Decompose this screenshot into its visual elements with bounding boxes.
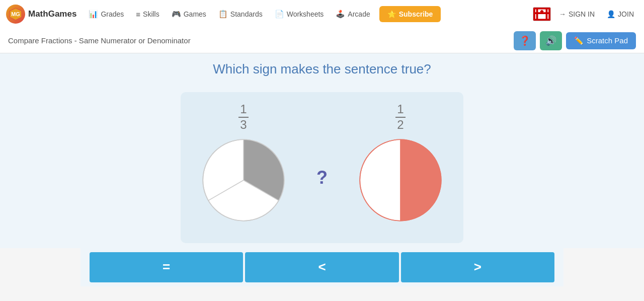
answer-greater-than-button[interactable]: > (401, 252, 554, 282)
fraction1-denominator: 3 (240, 118, 247, 132)
worksheets-icon: 📄 (275, 10, 284, 19)
fraction1-display: 1 3 (238, 102, 249, 132)
pie-chart-2 (358, 137, 443, 223)
nav-standards[interactable]: 📋 Standards (213, 7, 268, 22)
skills-icon: ≡ (136, 10, 140, 19)
toolbar-actions: ❓ 🔊 ✏️ Scratch Pad (514, 31, 636, 50)
fractions-container: 1 3 ? (181, 92, 463, 243)
standards-icon: 📋 (218, 10, 228, 19)
nav-skills[interactable]: ≡ Skills (131, 7, 164, 22)
answer-buttons: = < > (80, 248, 564, 286)
navbar: MG MathGames 📊 Grades ≡ Skills 🎮 Games 📋… (0, 0, 644, 28)
sound-icon: 🔊 (545, 35, 556, 46)
nav-grades[interactable]: 📊 Grades (84, 7, 129, 22)
fraction1-group: 1 3 (201, 102, 286, 223)
pie-chart-1 (201, 137, 286, 223)
svg-text:MG: MG (11, 11, 20, 17)
join-button[interactable]: 👤 JOIN (603, 7, 638, 21)
quiz-help-button[interactable]: ❓ (514, 31, 536, 50)
nav-games[interactable]: 🎮 Games (167, 7, 211, 22)
logo[interactable]: MG MathGames (6, 5, 76, 24)
grades-icon: 📊 (89, 10, 98, 19)
question-title: Which sign makes the sentence true? (10, 61, 634, 77)
pencil-icon: ✏️ (574, 36, 584, 45)
join-icon: 👤 (607, 10, 615, 18)
arcade-icon: 🕹️ (336, 10, 345, 19)
answer-less-than-button[interactable]: < (245, 252, 398, 282)
fraction1-numerator: 1 (238, 102, 249, 118)
fractions-section: 1 3 ? (10, 87, 634, 248)
fraction2-numerator: 1 (395, 102, 406, 118)
logo-icon: MG (6, 5, 25, 24)
nav-arcade[interactable]: 🕹️ Arcade (331, 7, 375, 22)
comparison-question-mark: ? (316, 167, 328, 188)
game-area: Which sign makes the sentence true? 1 3 (0, 53, 644, 248)
question-icon: ❓ (519, 35, 530, 46)
fraction2-denominator: 2 (397, 118, 404, 132)
answer-equal-button[interactable]: = (90, 252, 243, 282)
toolbar: Compare Fractions - Same Numerator or De… (0, 28, 644, 53)
fraction2-display: 1 2 (395, 102, 406, 132)
logo-text: MathGames (28, 9, 76, 19)
flag-icon[interactable] (533, 7, 551, 21)
nav-worksheets[interactable]: 📄 Worksheets (270, 7, 329, 22)
sign-in-button[interactable]: → SIGN IN (555, 7, 599, 21)
games-icon: 🎮 (172, 10, 181, 19)
signin-icon: → (559, 10, 566, 18)
breadcrumb: Compare Fractions - Same Numerator or De… (8, 36, 191, 45)
scratch-pad-button[interactable]: ✏️ Scratch Pad (566, 32, 636, 49)
star-icon: ⭐ (387, 10, 396, 18)
fraction2-group: 1 2 (358, 102, 443, 223)
nav-right: → SIGN IN 👤 JOIN (533, 7, 638, 21)
sound-button[interactable]: 🔊 (540, 31, 562, 50)
subscribe-button[interactable]: ⭐ Subscribe (379, 6, 441, 22)
